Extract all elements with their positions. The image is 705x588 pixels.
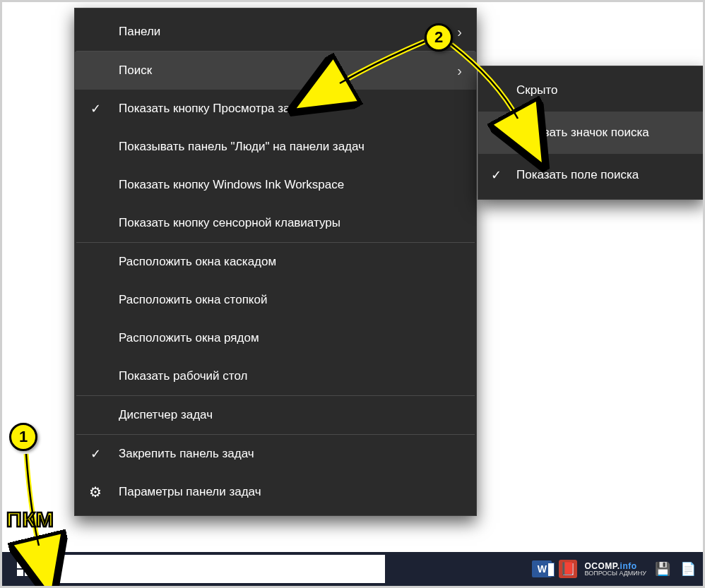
menu-label: Показать кнопку сенсорной клавиатуры (119, 216, 340, 230)
menu-item-stacked[interactable]: Расположить окна стопкой (75, 281, 476, 319)
submenu-label: Скрыто (516, 83, 557, 97)
submenu-label: Показать значок поиска (516, 126, 649, 140)
notebook-icon[interactable]: 📕 (559, 560, 577, 578)
menu-label: Расположить окна стопкой (119, 293, 267, 307)
submenu-item-show-field[interactable]: ✓ Показать поле поиска (478, 154, 704, 196)
menu-label: Параметры панели задач (119, 485, 261, 499)
menu-item-taskbar-settings[interactable]: ⚙ Параметры панели задач (75, 473, 476, 511)
menu-label: Закрепить панель задач (119, 447, 254, 461)
menu-item-lock-taskbar[interactable]: ✓ Закрепить панель задач (75, 435, 476, 473)
save-icon[interactable]: 💾 (653, 560, 672, 578)
word-app-icon[interactable]: W (532, 560, 552, 577)
menu-item-task-manager[interactable]: Диспетчер задач (75, 396, 476, 434)
ocomp-logo: OCOMP.info ВОПРОСЫ АДМИНУ (584, 562, 646, 577)
word-letter: W (538, 563, 547, 575)
system-tray: W 📕 OCOMP.info ВОПРОСЫ АДМИНУ 💾 📄 (532, 552, 697, 586)
menu-label: Показывать панель "Люди" на панели задач (119, 140, 365, 154)
taskbar-search-box[interactable] (46, 555, 385, 583)
start-button[interactable] (2, 552, 46, 586)
annotation-pkm-label: ПКМ (6, 508, 54, 532)
check-icon: ✓ (491, 167, 502, 183)
submenu-item-hidden[interactable]: Скрыто (478, 69, 704, 112)
brand-subtitle: ВОПРОСЫ АДМИНУ (584, 570, 646, 577)
menu-label: Показать кнопку Просмотра задач (119, 102, 309, 116)
search-submenu: Скрыто Показать значок поиска ✓ Показать… (478, 66, 705, 200)
menu-label: Поиск (119, 64, 152, 78)
menu-label: Показать кнопку Windows Ink Workspace (119, 178, 344, 192)
menu-item-cascade[interactable]: Расположить окна каскадом (75, 243, 476, 281)
menu-label: Диспетчер задач (119, 408, 213, 422)
menu-label: Расположить окна каскадом (119, 255, 276, 269)
document-icon[interactable]: 📄 (679, 560, 697, 578)
menu-label: Панели (119, 25, 160, 39)
submenu-item-show-icon[interactable]: Показать значок поиска (478, 112, 704, 154)
menu-label: Показать рабочий стол (119, 369, 247, 383)
menu-item-ink-workspace[interactable]: Показать кнопку Windows Ink Workspace (75, 166, 476, 204)
menu-label: Расположить окна рядом (119, 331, 259, 345)
annotation-badge-1: 1 (9, 423, 37, 451)
menu-item-touch-keyboard[interactable]: Показать кнопку сенсорной клавиатуры (75, 204, 476, 242)
check-icon: ✓ (90, 101, 101, 116)
menu-item-search[interactable]: Поиск › (75, 52, 476, 90)
menu-item-side-by-side[interactable]: Расположить окна рядом (75, 319, 476, 357)
taskbar-context-menu: Панели › Поиск › ✓ Показать кнопку Просм… (74, 8, 477, 516)
windows-logo-icon (17, 562, 31, 576)
chevron-right-icon: › (457, 63, 462, 79)
annotation-badge-2: 2 (425, 23, 453, 52)
taskbar: W 📕 OCOMP.info ВОПРОСЫ АДМИНУ 💾 📄 (2, 552, 703, 586)
menu-item-panels[interactable]: Панели › (75, 13, 476, 51)
badge-number: 2 (434, 28, 443, 47)
chevron-right-icon: › (457, 24, 462, 40)
gear-icon: ⚙ (89, 484, 102, 500)
menu-item-people[interactable]: Показывать панель "Люди" на панели задач (75, 128, 476, 166)
menu-item-task-view[interactable]: ✓ Показать кнопку Просмотра задач (75, 90, 476, 128)
check-icon: ✓ (90, 446, 101, 462)
submenu-label: Показать поле поиска (516, 168, 639, 182)
menu-item-show-desktop[interactable]: Показать рабочий стол (75, 357, 476, 395)
badge-number: 1 (19, 428, 28, 446)
